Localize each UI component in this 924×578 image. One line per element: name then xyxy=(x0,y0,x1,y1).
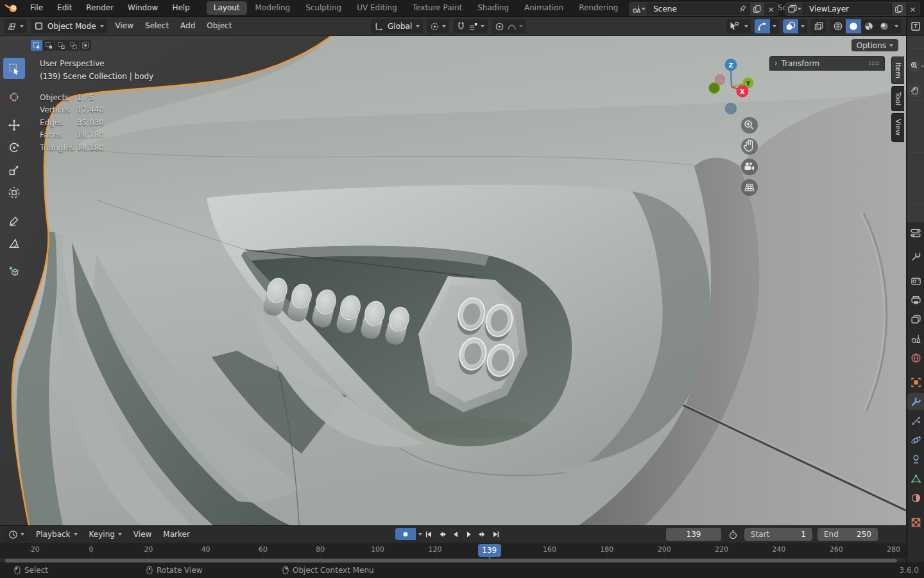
properties-tab-render[interactable] xyxy=(907,272,924,289)
timeline-editor-selector[interactable] xyxy=(5,527,28,541)
zoom-gizmo[interactable] xyxy=(741,117,758,134)
select-set-button[interactable] xyxy=(31,40,42,51)
properties-tab-material[interactable] xyxy=(907,489,924,506)
workspace-tab-modeling[interactable]: Modeling xyxy=(248,1,298,15)
properties-tab-output[interactable] xyxy=(907,292,924,308)
snapping-controls[interactable] xyxy=(453,19,488,33)
properties-tab-world[interactable] xyxy=(907,349,924,366)
menu-help[interactable]: Help xyxy=(165,3,196,12)
overlays-toggle[interactable] xyxy=(783,19,798,33)
perspective-toggle-gizmo[interactable] xyxy=(741,179,758,196)
scene-selector[interactable]: Scene × xyxy=(629,2,778,16)
move-tool[interactable] xyxy=(3,114,25,136)
annotate-tool[interactable] xyxy=(3,210,25,231)
select-invert-button[interactable] xyxy=(67,40,79,51)
sidebar-tab-item[interactable]: Item xyxy=(891,57,904,84)
scene-name[interactable]: Scene xyxy=(648,4,735,13)
options-button[interactable]: Options xyxy=(851,39,898,51)
menu-render[interactable]: Render xyxy=(79,3,121,12)
jump-to-end-button[interactable] xyxy=(490,528,502,540)
menu-file[interactable]: File xyxy=(23,3,50,12)
workspace-tab-sculpting[interactable]: Sculpting xyxy=(298,1,348,15)
timeline-menu-marker[interactable]: Marker xyxy=(157,530,195,539)
shading-dropdown[interactable] xyxy=(892,19,901,33)
view-layer-browse-icon[interactable] xyxy=(785,3,804,15)
jump-to-next-keyframe-button[interactable] xyxy=(476,528,489,540)
properties-tab-object-data[interactable] xyxy=(907,470,924,487)
timeline-ruler[interactable]: › 139 -200204060801001201601802002202402… xyxy=(0,543,906,558)
secondary-viewport[interactable]: ‹ xyxy=(907,36,924,222)
workspace-tab-texture-paint[interactable]: Texture Paint xyxy=(406,1,469,15)
workspace-tab-shading[interactable]: Shading xyxy=(470,1,516,15)
view-layer-name[interactable]: ViewLayer xyxy=(804,4,891,13)
remove-view-layer-icon[interactable]: × xyxy=(906,4,920,14)
select-extend-button[interactable] xyxy=(43,40,55,51)
unlink-scene-icon[interactable]: × xyxy=(764,4,778,14)
playhead[interactable]: 139 xyxy=(478,544,501,557)
end-frame-field[interactable]: End250 xyxy=(817,528,878,541)
shading-solid-button[interactable] xyxy=(846,19,861,33)
mode-selector[interactable]: Object Mode xyxy=(31,19,107,33)
workspace-tab-layout[interactable]: Layout xyxy=(207,1,247,15)
viewport-menu-object[interactable]: Object xyxy=(201,17,237,35)
mini-pan-gizmo[interactable] xyxy=(907,83,921,98)
gizmos-dropdown[interactable] xyxy=(770,19,779,33)
mini-zoom-gizmo[interactable] xyxy=(908,59,921,72)
properties-tab-particles[interactable] xyxy=(907,412,924,429)
view-layer-selector[interactable]: ViewLayer × xyxy=(785,2,920,16)
axis-neg-z[interactable] xyxy=(726,103,737,114)
viewport-menu-add[interactable]: Add xyxy=(175,17,201,35)
properties-tab-constraints[interactable] xyxy=(907,451,924,468)
shading-wireframe-button[interactable] xyxy=(830,19,846,33)
start-frame-field[interactable]: Start1 xyxy=(744,528,812,541)
timeline-menu-keying[interactable]: Keying xyxy=(83,530,128,539)
timeline-menu-playback[interactable]: Playback xyxy=(30,530,83,539)
camera-view-gizmo[interactable] xyxy=(741,159,758,175)
play-button[interactable] xyxy=(463,528,475,540)
scale-tool[interactable] xyxy=(3,159,25,180)
secondary-editor-header[interactable] xyxy=(907,17,924,36)
blender-logo-icon[interactable] xyxy=(5,3,18,13)
jump-to-prev-keyframe-button[interactable] xyxy=(436,528,449,540)
properties-tab-object[interactable] xyxy=(907,374,924,390)
properties-tab-texture[interactable] xyxy=(907,514,924,530)
measure-tool[interactable] xyxy=(3,232,25,254)
menu-window[interactable]: Window xyxy=(121,3,165,12)
select-intersect-button[interactable] xyxy=(80,40,91,51)
properties-tab-tool[interactable] xyxy=(907,248,924,265)
properties-tab-scene[interactable] xyxy=(907,330,924,347)
jump-to-start-button[interactable] xyxy=(422,528,435,540)
pan-gizmo[interactable] xyxy=(741,138,758,155)
select-subtract-button[interactable] xyxy=(55,40,67,51)
rotate-tool[interactable] xyxy=(3,137,25,158)
select-box-tool[interactable] xyxy=(3,58,25,79)
pin-icon[interactable] xyxy=(735,3,749,15)
xray-toggle[interactable] xyxy=(811,19,826,33)
transform-tool[interactable] xyxy=(3,182,25,203)
axis-gizmo[interactable]: Z Y X xyxy=(709,59,754,114)
auto-keying-toggle[interactable] xyxy=(395,528,416,540)
cursor-tool[interactable] xyxy=(3,86,25,107)
properties-tab-physics[interactable] xyxy=(907,432,924,448)
panel-drag-handle[interactable] xyxy=(869,61,880,66)
pivot-point-selector[interactable] xyxy=(427,19,449,33)
viewport-menu-select[interactable]: Select xyxy=(139,17,175,35)
scene-browse-icon[interactable] xyxy=(629,3,648,15)
add-cube-tool[interactable] xyxy=(3,261,25,282)
sidebar-tab-tool[interactable]: Tool xyxy=(891,86,904,111)
workspace-tab-animation[interactable]: Animation xyxy=(517,1,570,15)
viewport-menu-view[interactable]: View xyxy=(110,17,139,35)
proportional-editing-controls[interactable] xyxy=(492,19,526,33)
editor-type-selector[interactable] xyxy=(4,19,27,33)
workspace-tab-rendering[interactable]: Rendering xyxy=(572,1,625,15)
shading-rendered-button[interactable] xyxy=(877,19,892,33)
new-view-layer-icon[interactable] xyxy=(891,3,906,15)
properties-tab-modifiers[interactable] xyxy=(907,393,924,410)
current-frame-field[interactable]: 139 xyxy=(666,528,721,541)
sidebar-tab-view[interactable]: View xyxy=(891,113,904,141)
visibility-toggle[interactable] xyxy=(726,19,742,33)
orientation-selector[interactable]: Global xyxy=(371,19,423,33)
workspace-tab-uv-editing[interactable]: UV Editing xyxy=(350,1,404,15)
viewport-3d[interactable]: Options User Perspective (139) Scene Col… xyxy=(0,36,906,525)
properties-editor-icon[interactable] xyxy=(910,227,921,239)
